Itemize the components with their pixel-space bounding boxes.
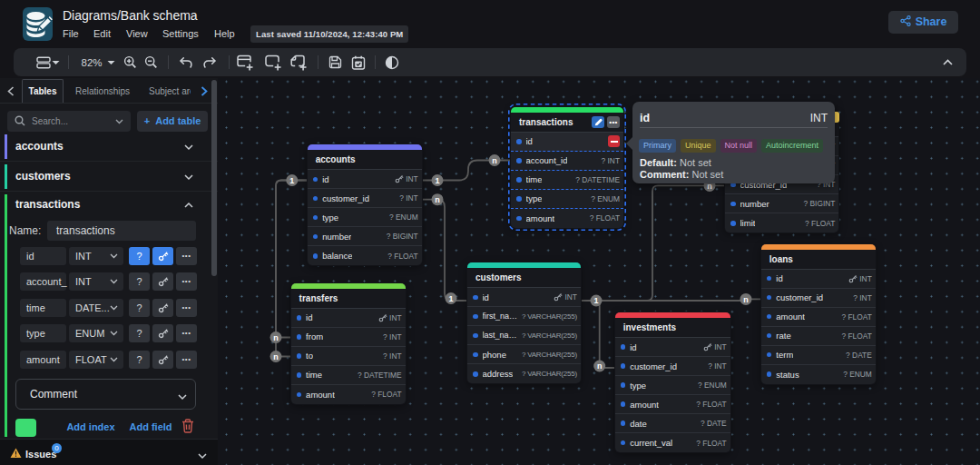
svg-text:1: 1 <box>435 176 439 185</box>
svg-text:n: n <box>743 295 749 304</box>
svg-text:1: 1 <box>289 176 294 185</box>
svg-text:n: n <box>435 195 440 204</box>
svg-text:n: n <box>492 156 497 165</box>
svg-text:n: n <box>273 333 279 342</box>
svg-text:1: 1 <box>448 294 453 303</box>
svg-text:1: 1 <box>593 296 598 305</box>
svg-text:n: n <box>273 352 279 361</box>
svg-text:n: n <box>597 361 603 371</box>
